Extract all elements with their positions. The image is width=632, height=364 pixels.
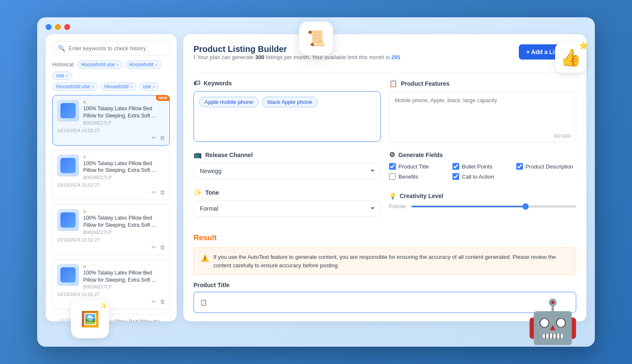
tag-household-use-1[interactable]: Household use ×: [77, 60, 123, 69]
window-dot-blue[interactable]: [46, 24, 52, 30]
field-product-description: Product Description: [516, 163, 576, 170]
checkbox-product-description[interactable]: [516, 163, 523, 170]
keyword-tag-1[interactable]: Apple mobile phone: [199, 97, 259, 107]
field-label-bullet-points: Bullet Points: [462, 163, 492, 170]
delete-icon-1[interactable]: 🗑: [160, 135, 165, 141]
product-image-2: [57, 155, 79, 177]
plan-limit: 300: [255, 54, 264, 60]
delete-icon-4[interactable]: 🗑: [160, 299, 165, 305]
warning-text: If you use the AutoText feature to gener…: [213, 253, 569, 269]
product-image-3: [57, 209, 79, 231]
field-label-product-title: Product Title: [398, 163, 429, 170]
product-title-text-2: 100% Talalay Latex Pillow Bed Pillow for…: [83, 160, 165, 174]
checkbox-product-title[interactable]: [389, 163, 396, 170]
edit-icon-4[interactable]: ✏: [152, 299, 156, 305]
product-date-2: 10/16/2024 15:02:27: [57, 182, 165, 187]
product-asin-2: B082MZ27LP: [83, 175, 165, 180]
product-title-text-3: 100% Talalay Latex Pillow Bed Pillow for…: [83, 215, 165, 229]
product-title-field[interactable]: 📋: [193, 292, 576, 313]
product-features-textarea[interactable]: [395, 97, 571, 135]
tag-close-6[interactable]: ×: [153, 84, 155, 89]
creativity-slider[interactable]: [411, 206, 576, 207]
warning-icon: ⚠️: [201, 253, 209, 269]
search-icon: 🔍: [58, 45, 65, 52]
release-channel-select[interactable]: Newegg Amazon eBay Walmart: [193, 163, 381, 179]
product-item-3[interactable]: a 100% Talalay Latex Pillow Bed Pillow f…: [52, 204, 170, 255]
features-icon: 📋: [389, 79, 398, 87]
product-info-1: a 100% Talalay Latex Pillow Bed Pillow f…: [83, 100, 165, 125]
product-title-text-4: 100% Talalay Latex Pillow Bed Pillow for…: [83, 269, 165, 284]
result-title: Result: [193, 234, 576, 242]
product-item-1[interactable]: NEW a 100% Talalay Latex Pillow Bed Pill…: [52, 95, 170, 146]
product-features-box[interactable]: 80/1000: [389, 92, 576, 142]
product-asin-1: B082MZ27LP: [83, 120, 165, 125]
historical-tags-row1: Historical: Household use × Household × …: [52, 60, 170, 80]
search-input[interactable]: [68, 45, 164, 52]
checkbox-call-to-action[interactable]: [452, 173, 459, 180]
tag-household-1[interactable]: Household ×: [125, 60, 161, 69]
product-info-4: a 100% Talalay Latex Pillow Bed Pillow f…: [83, 264, 165, 290]
amazon-icon-4: a: [83, 264, 165, 269]
plan-info: ℹ Your plan can generate 300 listings pe…: [193, 54, 400, 60]
creativity-section: 💡 Creativity Level Precise: [389, 193, 576, 217]
product-date-3: 10/16/2024 15:02:27: [57, 237, 165, 242]
field-benefits: Benefits: [389, 173, 449, 180]
tag-close-5[interactable]: ×: [130, 84, 133, 89]
copy-icon[interactable]: 📋: [200, 299, 207, 306]
product-title-section: Product Title 📋: [193, 282, 576, 313]
creativity-label: Creativity Level: [400, 193, 444, 199]
product-item-4[interactable]: a 100% Talalay Latex Pillow Bed Pillow f…: [52, 259, 170, 310]
tag-close-4[interactable]: ×: [92, 84, 94, 89]
product-features-label: Product Features: [401, 80, 449, 87]
search-box[interactable]: 🔍: [52, 41, 170, 55]
delete-icon-3[interactable]: 🗑: [160, 244, 165, 250]
field-label-product-description: Product Description: [526, 163, 573, 170]
product-date-4: 10/16/2024 15:02:27: [57, 292, 165, 297]
app-logo: 📜: [299, 22, 333, 55]
tag-use-1[interactable]: use ×: [52, 71, 72, 80]
product-item-5[interactable]: Talalay Latex Pillow Bed Pillow for Slee…: [52, 314, 170, 321]
sidebar: 🔍 Historical: Household use × Household …: [46, 34, 177, 321]
tone-select[interactable]: Formal Casual Professional Friendly: [193, 201, 381, 217]
tag-household-use-2[interactable]: Household use ×: [52, 82, 98, 91]
tag-use-2[interactable]: use ×: [139, 82, 159, 91]
main-panel: Product Listing Builder ℹ Your plan can …: [183, 34, 586, 321]
divider: [193, 72, 576, 73]
product-info-3: a 100% Talalay Latex Pillow Bed Pillow f…: [83, 209, 165, 235]
tag-close-2[interactable]: ×: [155, 62, 158, 67]
warning-box: ⚠️ If you use the AutoText feature to ge…: [193, 247, 576, 275]
product-image-4: [57, 264, 79, 286]
amazon-icon-1: a: [83, 100, 165, 104]
creativity-icon: 💡: [389, 193, 396, 199]
tag-household-2[interactable]: Household ×: [101, 82, 136, 91]
delete-icon-2[interactable]: 🗑: [160, 189, 165, 196]
generate-fields-section: ⚙ Generate Fields Product Title Bullet P…: [389, 151, 576, 180]
keywords-box[interactable]: Apple mobile phone black Apple phone: [193, 91, 381, 142]
ai-image-decoration: 🖼️ ✨: [71, 300, 109, 338]
tag-close-1[interactable]: ×: [117, 62, 119, 67]
product-item-2[interactable]: a 100% Talalay Latex Pillow Bed Pillow f…: [52, 150, 170, 201]
historical-label: Historical:: [52, 62, 75, 68]
checkbox-bullet-points[interactable]: [452, 163, 459, 170]
window-dot-red[interactable]: [64, 24, 70, 30]
release-channel-section: 📺 Release Channel Newegg Amazon eBay Wal…: [193, 151, 381, 180]
edit-icon-3[interactable]: ✏: [152, 244, 156, 250]
field-product-title: Product Title: [389, 163, 449, 170]
product-title-field-label: Product Title: [193, 282, 576, 288]
tag-close-3[interactable]: ×: [66, 73, 68, 78]
amazon-icon-3: a: [83, 209, 165, 214]
edit-icon-2[interactable]: ✏: [152, 189, 156, 196]
product-asin-4: B082MZ27LP: [83, 284, 165, 289]
product-features-section: 📋 Product Features 80/1000: [389, 79, 576, 142]
info-icon: ℹ: [193, 54, 196, 60]
generate-fields-grid: Product Title Bullet Points Product Desc…: [389, 163, 576, 180]
field-bullet-points: Bullet Points: [452, 163, 512, 170]
product-image-1: [57, 100, 79, 122]
edit-icon-1[interactable]: ✏: [152, 135, 156, 141]
keyword-tag-2[interactable]: black Apple phone: [262, 97, 318, 107]
checkbox-benefits[interactable]: [389, 173, 396, 180]
keywords-label: Keywords: [204, 80, 232, 87]
product-info-2: a 100% Talalay Latex Pillow Bed Pillow f…: [83, 155, 165, 180]
product-title-text-1: 100% Talalay Latex Pillow Bed Pillow for…: [83, 105, 165, 120]
window-dot-orange[interactable]: [55, 24, 61, 30]
